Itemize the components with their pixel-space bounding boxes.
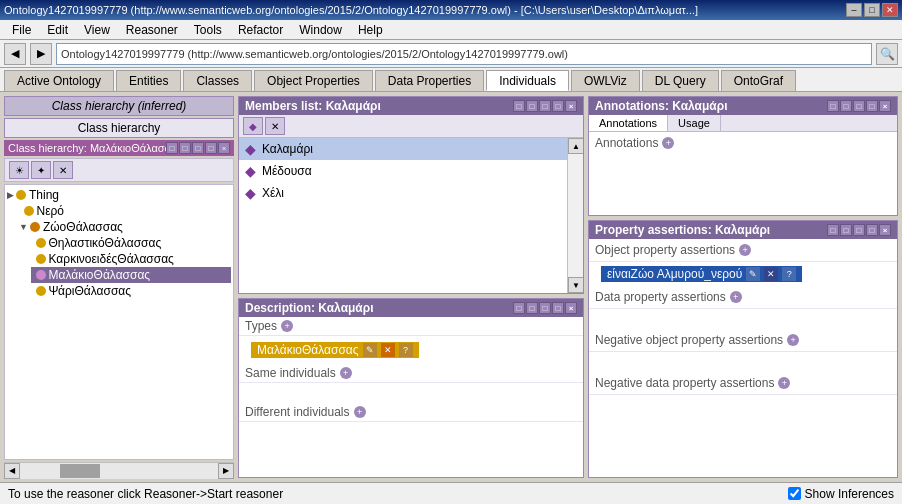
bullet-psari <box>36 286 46 296</box>
prop-tag-remove-btn[interactable]: ✕ <box>764 267 778 281</box>
bullet-zoo <box>30 222 40 232</box>
menu-tools[interactable]: Tools <box>186 21 230 39</box>
ann-tab-annotations[interactable]: Annotations <box>589 115 668 131</box>
tab-owlviz[interactable]: OWLViz <box>571 70 640 91</box>
panel-ctrl-2[interactable]: □ <box>179 142 191 154</box>
members-ctrl-2[interactable]: □ <box>526 100 538 112</box>
menu-window[interactable]: Window <box>291 21 350 39</box>
type-tag-remove-btn[interactable]: ✕ <box>381 343 395 357</box>
menu-reasoner[interactable]: Reasoner <box>118 21 186 39</box>
tree-item-karkinoeidis[interactable]: ΚαρκινοειδέςΘάλασσας <box>31 251 231 267</box>
tab-ontograf[interactable]: OntoGraf <box>721 70 796 91</box>
types-add-btn[interactable]: + <box>281 320 293 332</box>
toolbar: ◀ ▶ 🔍 <box>0 40 902 68</box>
prop-ctrl-3[interactable]: □ <box>853 224 865 236</box>
annotations-add-btn[interactable]: + <box>662 137 674 149</box>
tree-item-thing[interactable]: ▶ Thing <box>7 187 231 203</box>
panel-ctrl-1[interactable]: □ <box>166 142 178 154</box>
member-item-medousa[interactable]: ◆ Μέδουσα <box>239 160 583 182</box>
diff-add-btn[interactable]: + <box>354 406 366 418</box>
menubar: File Edit View Reasoner Tools Refactor W… <box>0 20 902 40</box>
prop-ctrl-1[interactable]: □ <box>827 224 839 236</box>
tree-item-psari[interactable]: ΨάριΘάλασσας <box>31 283 231 299</box>
menu-file[interactable]: File <box>4 21 39 39</box>
menu-help[interactable]: Help <box>350 21 391 39</box>
data-property-add-btn[interactable]: + <box>730 291 742 303</box>
member-item-xeli[interactable]: ◆ Χέλι <box>239 182 583 204</box>
tree-item-malakio[interactable]: ΜαλάκιοΘάλασσας <box>31 267 231 283</box>
members-ctrl-5[interactable]: × <box>565 100 577 112</box>
forward-button[interactable]: ▶ <box>30 43 52 65</box>
member-item-kalamari[interactable]: ◆ Καλαμάρι <box>239 138 583 160</box>
prop-ctrl-2[interactable]: □ <box>840 224 852 236</box>
members-ctrl-4[interactable]: □ <box>552 100 564 112</box>
same-add-btn[interactable]: + <box>340 367 352 379</box>
type-tag-edit-btn[interactable]: ✎ <box>363 343 377 357</box>
menu-refactor[interactable]: Refactor <box>230 21 291 39</box>
type-tag-info-btn[interactable]: ? <box>399 343 413 357</box>
ann-ctrl-2[interactable]: □ <box>840 100 852 112</box>
menu-view[interactable]: View <box>76 21 118 39</box>
negative-object-section: Negative object property assertions + <box>589 329 897 352</box>
tree-item-nero[interactable]: Νερό <box>19 203 231 219</box>
tab-dl-query[interactable]: DL Query <box>642 70 719 91</box>
desc-ctrl-1[interactable]: □ <box>513 302 525 314</box>
close-button[interactable]: ✕ <box>882 3 898 17</box>
ann-ctrl-4[interactable]: □ <box>866 100 878 112</box>
show-inferences-checkbox[interactable] <box>788 487 801 500</box>
tree-collapse-btn[interactable]: ✦ <box>31 161 51 179</box>
members-ctrl-3[interactable]: □ <box>539 100 551 112</box>
maximize-button[interactable]: □ <box>864 3 880 17</box>
tree-item-zoo[interactable]: ▼ ΖώοΘάλασσας <box>19 219 231 235</box>
tree-expand-btn[interactable]: ☀ <box>9 161 29 179</box>
prop-ctrl-4[interactable]: □ <box>866 224 878 236</box>
negative-object-add-btn[interactable]: + <box>787 334 799 346</box>
desc-ctrl-3[interactable]: □ <box>539 302 551 314</box>
annotations-panel: Annotations: Καλαμάρι □ □ □ □ × Annotati… <box>588 96 898 216</box>
desc-ctrl-4[interactable]: □ <box>552 302 564 314</box>
label-thing: Thing <box>29 188 59 202</box>
menu-edit[interactable]: Edit <box>39 21 76 39</box>
desc-ctrl-5[interactable]: × <box>565 302 577 314</box>
ann-tab-usage[interactable]: Usage <box>668 115 721 131</box>
add-member-btn[interactable]: ◆ <box>243 117 263 135</box>
left-panel-hscrollbar[interactable]: ◀ ▶ <box>4 462 234 478</box>
label-karkinoeidis: ΚαρκινοειδέςΘάλασσας <box>49 252 174 266</box>
property-panel: Property assertions: Καλαμάρι □ □ □ □ × … <box>588 220 898 478</box>
status-message: To use the reasoner click Reasoner->Star… <box>8 487 283 501</box>
desc-ctrl-2[interactable]: □ <box>526 302 538 314</box>
show-inferences-label[interactable]: Show Inferences <box>788 487 894 501</box>
members-ctrl-1[interactable]: □ <box>513 100 525 112</box>
back-button[interactable]: ◀ <box>4 43 26 65</box>
prop-tag-edit-btn[interactable]: ✎ <box>746 267 760 281</box>
object-property-add-btn[interactable]: + <box>739 244 751 256</box>
tree-close-btn[interactable]: ✕ <box>53 161 73 179</box>
tab-active-ontology[interactable]: Active Ontology <box>4 70 114 91</box>
tree-item-thilastiko[interactable]: ΘηλαστικόΘάλασσας <box>31 235 231 251</box>
search-button[interactable]: 🔍 <box>876 43 898 65</box>
ann-ctrl-1[interactable]: □ <box>827 100 839 112</box>
address-bar[interactable] <box>56 43 872 65</box>
negative-data-add-btn[interactable]: + <box>778 377 790 389</box>
ann-ctrl-3[interactable]: □ <box>853 100 865 112</box>
tab-classes[interactable]: Classes <box>183 70 252 91</box>
vscroll-down[interactable]: ▼ <box>568 277 583 293</box>
tab-individuals[interactable]: Individuals <box>486 70 569 91</box>
prop-tag-info-btn[interactable]: ? <box>782 267 796 281</box>
tab-data-properties[interactable]: Data Properties <box>375 70 484 91</box>
remove-member-btn[interactable]: ✕ <box>265 117 285 135</box>
hscroll-thumb[interactable] <box>60 464 100 478</box>
arrow-thilastiko <box>31 238 34 248</box>
panel-ctrl-4[interactable]: □ <box>205 142 217 154</box>
prop-ctrl-5[interactable]: × <box>879 224 891 236</box>
panel-ctrl-3[interactable]: □ <box>192 142 204 154</box>
hscroll-right[interactable]: ▶ <box>218 463 234 479</box>
ann-ctrl-5[interactable]: × <box>879 100 891 112</box>
hscroll-left[interactable]: ◀ <box>4 463 20 479</box>
tab-entities[interactable]: Entities <box>116 70 181 91</box>
property-panel-controls: □ □ □ □ × <box>827 224 891 236</box>
tab-object-properties[interactable]: Object Properties <box>254 70 373 91</box>
minimize-button[interactable]: – <box>846 3 862 17</box>
vscroll-up[interactable]: ▲ <box>568 138 583 154</box>
panel-ctrl-5[interactable]: × <box>218 142 230 154</box>
